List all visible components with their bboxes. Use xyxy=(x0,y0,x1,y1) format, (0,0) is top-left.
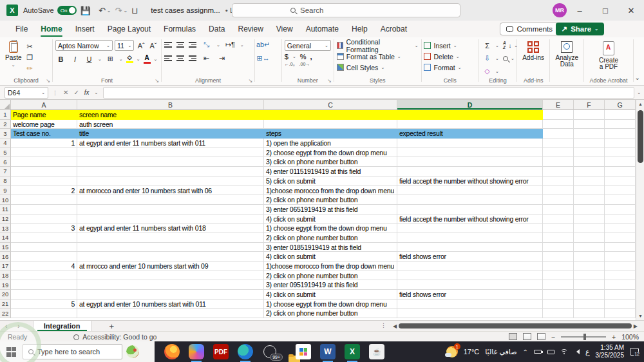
cell-F11[interactable] xyxy=(574,205,605,214)
copilot-icon[interactable] xyxy=(189,344,204,359)
cell-B10[interactable] xyxy=(77,195,264,205)
notification-center-icon[interactable]: 12 xyxy=(630,348,639,356)
cell-F8[interactable] xyxy=(574,176,605,186)
row-header-12[interactable]: 12 xyxy=(0,214,11,224)
styles-conditional-formatting[interactable]: Conditional Formatting ⌄ xyxy=(337,40,419,51)
row-header-21[interactable]: 21 xyxy=(0,300,11,309)
cell-G2[interactable] xyxy=(605,120,636,129)
cell-C4[interactable]: 1) open the application xyxy=(264,138,397,148)
avatar[interactable]: MR xyxy=(553,3,567,17)
zoom-slider[interactable] xyxy=(561,336,606,338)
font-dialog-launcher-icon[interactable]: ↘ xyxy=(155,78,159,84)
excel-app-icon[interactable]: X xyxy=(6,5,18,16)
cell-C9[interactable]: 1)choose morocco from the drop down menu xyxy=(264,186,397,196)
cell-G1[interactable] xyxy=(605,110,636,120)
row-header-1[interactable]: 1 xyxy=(0,110,11,120)
cell-E9[interactable] xyxy=(543,186,574,196)
cell-E18[interactable] xyxy=(543,271,574,281)
cell-D2[interactable] xyxy=(397,120,543,129)
analyze-data-button[interactable]: AnalyzeData xyxy=(553,40,581,69)
battery-icon[interactable] xyxy=(534,350,542,354)
align-top-icon[interactable] xyxy=(164,42,172,48)
word-icon[interactable]: W xyxy=(320,344,336,359)
cell-C7[interactable]: 4) enter 01151919419 at this field xyxy=(264,167,397,176)
cell-F19[interactable] xyxy=(574,280,605,290)
minimize-button[interactable]: – xyxy=(567,0,592,21)
create-pdf-button[interactable]: Createa PDF xyxy=(587,40,630,71)
namebox-splitter[interactable]: ⋮ xyxy=(52,90,58,96)
cell-D7[interactable] xyxy=(397,167,543,176)
font-color-icon[interactable]: A xyxy=(144,55,151,64)
cell-C5[interactable]: 2) choose egypt from the down drop menu xyxy=(264,148,397,158)
cell-A11[interactable] xyxy=(11,205,77,214)
autosum-icon[interactable]: Σ xyxy=(482,41,493,50)
weather-icon[interactable]: 1 xyxy=(446,346,458,357)
cell-G3[interactable] xyxy=(605,129,636,138)
column-header-B[interactable]: B xyxy=(77,100,264,110)
row-header-2[interactable]: 2 xyxy=(0,120,11,129)
cell-B12[interactable] xyxy=(77,214,264,224)
cell-A6[interactable] xyxy=(11,157,77,167)
cell-F10[interactable] xyxy=(574,195,605,205)
cell-C22[interactable]: 2) click on phone number button xyxy=(264,309,397,318)
menu-data[interactable]: Data xyxy=(202,22,231,36)
touch-keyboard-icon[interactable] xyxy=(547,350,554,354)
row-header-16[interactable]: 16 xyxy=(0,252,11,262)
zoom-out-icon[interactable]: − xyxy=(551,333,555,341)
row-header-5[interactable]: 5 xyxy=(0,148,11,158)
vertical-scroll-thumb[interactable] xyxy=(638,110,643,163)
row-header-13[interactable]: 13 xyxy=(0,224,11,233)
italic-icon[interactable]: I xyxy=(70,54,80,64)
cell-C8[interactable]: 5) click on submit xyxy=(264,176,397,186)
copy-icon[interactable]: ❐ xyxy=(24,53,35,62)
scroll-down-icon[interactable]: ▼ xyxy=(636,312,644,320)
edge-icon[interactable] xyxy=(238,344,253,359)
row-header-11[interactable]: 11 xyxy=(0,205,11,214)
weather-condition[interactable]: صافي غالبًا xyxy=(485,348,516,356)
underline-icon[interactable]: U xyxy=(84,54,95,64)
save-icon[interactable]: 💾 xyxy=(80,6,91,15)
cell-G8[interactable] xyxy=(605,176,636,186)
cell-D11[interactable] xyxy=(397,205,543,214)
row-header-3[interactable]: 3 xyxy=(0,129,11,138)
increase-indent-icon[interactable]: ⇥ xyxy=(216,53,227,63)
cell-E21[interactable] xyxy=(543,300,574,309)
cell-G4[interactable] xyxy=(605,138,636,148)
vertical-scrollbar[interactable]: ▲ ▼ xyxy=(636,100,644,320)
cell-C12[interactable]: 4) click on submit xyxy=(264,214,397,224)
align-left-icon[interactable] xyxy=(164,55,172,61)
cell-E12[interactable] xyxy=(543,214,574,224)
cell-G14[interactable] xyxy=(605,233,636,243)
cell-F20[interactable] xyxy=(574,290,605,300)
cell-C18[interactable]: 2) click on phone number button xyxy=(264,271,397,281)
cell-B5[interactable] xyxy=(77,148,264,158)
cell-E15[interactable] xyxy=(543,243,574,252)
cell-F9[interactable] xyxy=(574,186,605,196)
menu-page-layout[interactable]: Page Layout xyxy=(101,22,157,36)
clock[interactable]: 1:35 AM 3/25/2025 xyxy=(596,344,625,360)
zoom-slider-thumb[interactable] xyxy=(583,334,586,340)
cell-G10[interactable] xyxy=(605,195,636,205)
wrap-text-icon[interactable]: ab↵ xyxy=(258,40,269,50)
cell-C19[interactable]: 3) enter 0951919419 at this field xyxy=(264,280,397,290)
cell-G15[interactable] xyxy=(605,243,636,252)
zoom-in-icon[interactable]: + xyxy=(612,333,616,341)
undo-icon[interactable]: ↶ xyxy=(99,6,106,15)
expand-formula-bar-icon[interactable]: ⌄ xyxy=(637,90,641,95)
cell-B22[interactable] xyxy=(77,309,264,318)
cell-E2[interactable] xyxy=(543,120,574,129)
cell-G21[interactable] xyxy=(605,300,636,309)
cell-F12[interactable] xyxy=(574,214,605,224)
merge-center-icon[interactable]: ⊞↔ xyxy=(258,53,269,63)
format-painter-icon[interactable]: ✏ xyxy=(24,64,35,73)
increase-decimal-icon[interactable]: ←.0₀ xyxy=(285,62,295,66)
column-header-E[interactable]: E xyxy=(543,100,574,110)
cells-delete[interactable]: Delete⌄ xyxy=(424,51,476,62)
ms-store-icon[interactable] xyxy=(296,344,311,359)
cell-F13[interactable] xyxy=(574,224,605,233)
cell-C17[interactable]: 1)choose morocco from the drop down menu xyxy=(264,262,397,271)
cell-D3[interactable]: expected result xyxy=(397,129,543,138)
comma-style-icon[interactable]: , xyxy=(310,53,312,61)
start-button[interactable] xyxy=(6,347,16,357)
cell-C14[interactable]: 2) click on phone number button xyxy=(264,233,397,243)
